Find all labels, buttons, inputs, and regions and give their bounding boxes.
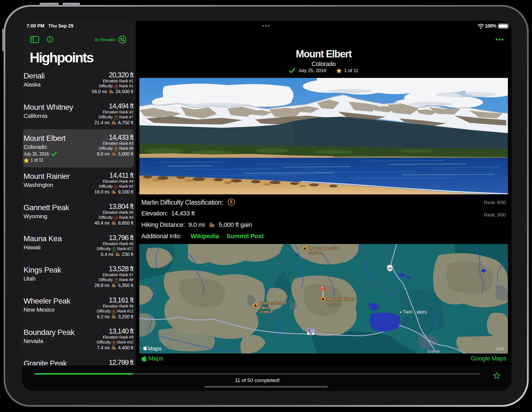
svg-text:Mount Massive: Mount Massive <box>309 246 339 250</box>
svg-text:Granite: Granite <box>428 349 440 353</box>
svg-text:24: 24 <box>388 267 392 270</box>
svg-text:Mount Elbert: Mount Elbert <box>327 296 356 302</box>
svg-text:14,439 ft: 14,439 ft <box>327 302 341 306</box>
svg-text:Maps: Maps <box>148 345 162 352</box>
svg-text:82: 82 <box>309 332 312 335</box>
svg-text:Legal: Legal <box>496 346 504 350</box>
svg-text:Pass: Pass <box>259 305 269 310</box>
svg-text:Independence: Independence <box>259 301 287 305</box>
svg-text:12,096 ft: 12,096 ft <box>259 310 273 314</box>
svg-text:14,429 ft: 14,429 ft <box>309 251 322 255</box>
svg-text:Twin Lakes: Twin Lakes <box>403 309 427 315</box>
